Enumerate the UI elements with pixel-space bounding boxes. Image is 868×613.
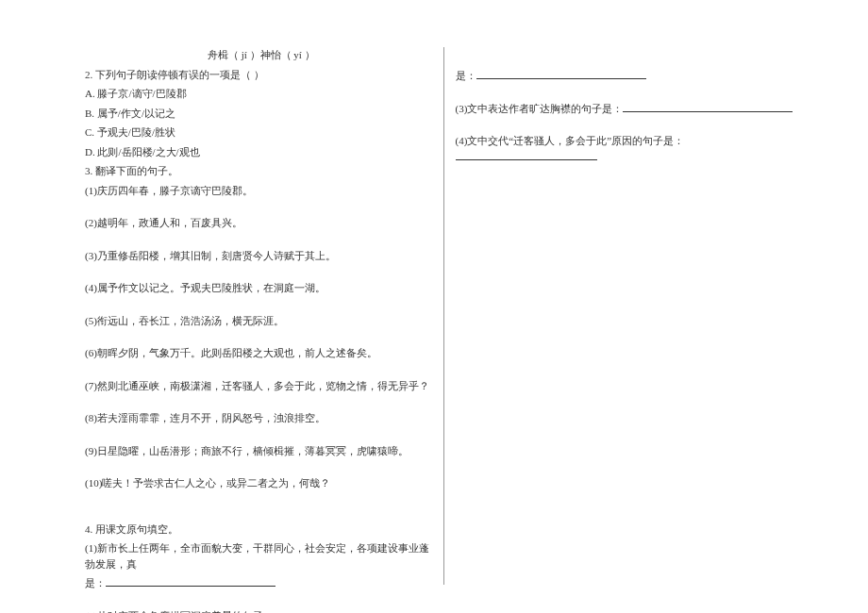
q4-item-1b: 是： (85, 575, 432, 591)
q4-1b-label: 是： (85, 577, 106, 588)
blank-line (456, 149, 597, 160)
r1-label: 是： (456, 70, 476, 81)
q3-item-8: (8)若夫淫雨霏霏，连月不开，阴风怒号，浊浪排空。 (85, 410, 432, 426)
q3-item-7: (7)然则北通巫峡，南极潇湘，迁客骚人，多会于此，览物之情，得无异乎？ (85, 378, 432, 394)
question-3: 3. 翻译下面的句子。 (85, 163, 432, 179)
q3-item-4: (4)属予作文以记之。予观夫巴陵胜状，在洞庭一湖。 (85, 280, 432, 296)
pinyin-header: 舟楫（ jí ）神怡（ yí ） (85, 47, 432, 63)
q3-item-1: (1)庆历四年春，滕子京谪守巴陵郡。 (85, 183, 432, 199)
option-c: C. 予观夫/巴陵/胜状 (85, 124, 432, 141)
q4-item-1: (1)新市长上任两年，全市面貌大变，干群同心，社会安定，各项建设事业蓬勃发展，真 (85, 540, 432, 572)
r4-label: (4)文中交代“迁客骚人，多会于此”原因的句子是： (456, 135, 685, 146)
q3-item-2: (2)越明年，政通人和，百废具兴。 (85, 215, 432, 231)
question-2: 2. 下列句子朗读停顿有误的一项是（ ） (85, 67, 432, 83)
blank-line (476, 68, 646, 79)
q3-item-10: (10)嗟夫！予尝求古仁人之心，或异二者之为，何哉？ (85, 475, 432, 491)
right-column: 是： (3)文中表达作者旷达胸襟的句子是： (4)文中交代“迁客骚人，多会于此”… (444, 47, 803, 585)
left-column: 舟楫（ jí ）神怡（ yí ） 2. 下列句子朗读停顿有误的一项是（ ） A.… (85, 47, 444, 585)
option-b: B. 属予/作文/以记之 (85, 106, 432, 122)
q3-item-6: (6)朝晖夕阴，气象万千。此则岳阳楼之大观也，前人之述备矣。 (85, 345, 432, 361)
right-line-4: (4)文中交代“迁客骚人，多会于此”原因的句子是： (456, 133, 803, 164)
q3-item-5: (5)衔远山，吞长江，浩浩汤汤，横无际涯。 (85, 313, 432, 329)
right-line-3: (3)文中表达作者旷达胸襟的句子是： (456, 101, 803, 117)
r3-label: (3)文中表达作者旷达胸襟的句子是： (456, 103, 624, 114)
option-a: A. 滕子京/谪守/巴陵郡 (85, 86, 432, 102)
blank-line (106, 575, 275, 587)
question-4: 4. 用课文原句填空。 (85, 522, 432, 538)
right-line-1: 是： (456, 68, 803, 84)
q3-item-9: (9)日星隐曜，山岳潜形；商旅不行，樯倾楫摧，薄暮冥冥，虎啸猿啼。 (85, 443, 432, 459)
blank-line (623, 101, 793, 112)
option-d: D. 此则/岳阳楼/之大/观也 (85, 144, 432, 160)
q3-item-3: (3)乃重修岳阳楼，增其旧制，刻唐贤今人诗赋于其上。 (85, 248, 432, 264)
q4-item-2: (2)从时空两个角度描写洞庭美景的句子 (85, 608, 432, 614)
